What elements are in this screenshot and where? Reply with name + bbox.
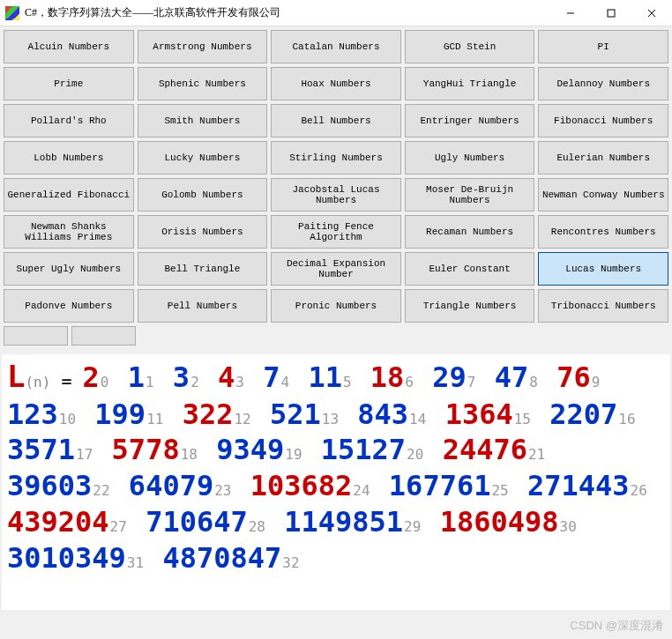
- algorithm-button[interactable]: Smith Numbers: [138, 104, 268, 137]
- term-value: 2207: [549, 398, 617, 431]
- algorithm-button[interactable]: Newman Shanks Williams Primes: [4, 215, 134, 249]
- algorithm-button[interactable]: Hoax Numbers: [271, 67, 401, 100]
- sequence-term: 297: [432, 360, 477, 394]
- term-index: 15: [514, 411, 531, 427]
- algorithm-button[interactable]: Newman Conway Numbers: [538, 178, 668, 212]
- algorithm-button[interactable]: Jacobstal Lucas Numbers: [271, 178, 401, 212]
- algorithm-button[interactable]: Fibonacci Numbers: [538, 104, 668, 137]
- term-value: 322: [183, 398, 234, 431]
- sequence-term: 577818: [112, 433, 199, 466]
- term-value: 1860498: [440, 505, 559, 539]
- algorithm-button[interactable]: Lucas Numbers: [538, 252, 668, 286]
- term-value: 843: [357, 398, 408, 431]
- algorithm-button[interactable]: Armstrong Numbers: [138, 30, 268, 63]
- algorithm-button[interactable]: Rencontres Numbers: [538, 215, 668, 249]
- algorithm-button[interactable]: Pollard's Rho: [4, 104, 134, 137]
- algorithm-button[interactable]: Super Ugly Numbers: [4, 252, 134, 286]
- algorithm-button[interactable]: Sphenic Numbers: [138, 67, 268, 100]
- term-index: 32: [282, 554, 299, 571]
- sequence-term: 52113: [270, 398, 340, 431]
- sequence-term: 43920427: [7, 505, 129, 539]
- algorithm-button[interactable]: GCD Stein: [405, 30, 535, 63]
- term-value: 47: [495, 360, 529, 394]
- term-value: 123: [7, 398, 58, 431]
- term-index: 13: [322, 411, 339, 427]
- algorithm-button[interactable]: Triangle Numbers: [405, 289, 535, 323]
- algorithm-button[interactable]: Golomb Numbers: [138, 178, 268, 212]
- watermark: CSDN @深度混淆: [570, 618, 663, 634]
- term-value: 439204: [7, 505, 109, 539]
- term-value: 7: [263, 360, 280, 394]
- algorithm-button[interactable]: PI: [538, 30, 668, 63]
- sequence-term: 27144326: [527, 469, 649, 502]
- algorithm-button[interactable]: Delannoy Numbers: [538, 67, 668, 100]
- algorithm-button[interactable]: YangHui Triangle: [405, 67, 535, 100]
- client-area: Alcuin NumbersArmstrong NumbersCatalan N…: [0, 26, 672, 349]
- maximize-button[interactable]: [591, 0, 631, 26]
- algorithm-button[interactable]: Decimal Expansion Number: [271, 252, 401, 286]
- term-value: 1: [128, 360, 145, 394]
- algorithm-button[interactable]: Entringer Numbers: [405, 104, 535, 137]
- term-index: 23: [214, 482, 231, 499]
- close-button[interactable]: [631, 0, 672, 26]
- sequence-term: 20: [83, 360, 111, 394]
- term-index: 19: [285, 446, 302, 463]
- sequence-term: 16776125: [389, 469, 511, 502]
- term-value: 76: [556, 360, 591, 394]
- aux-button-row: [4, 326, 668, 346]
- sequence-term: 11: [128, 360, 156, 394]
- sequence-term: 478: [495, 360, 540, 394]
- sequence-term: 186049830: [440, 505, 579, 539]
- term-index: 4: [280, 374, 289, 390]
- term-index: 0: [101, 374, 109, 390]
- sequence-term: 43: [218, 360, 246, 394]
- term-index: 8: [529, 374, 538, 390]
- algorithm-button[interactable]: Pell Numbers: [138, 289, 268, 323]
- term-index: 14: [409, 411, 426, 427]
- algorithm-button[interactable]: Ugly Numbers: [405, 141, 535, 175]
- sequence-term: 301034931: [7, 541, 146, 575]
- algorithm-button[interactable]: Alcuin Numbers: [4, 30, 134, 63]
- algorithm-button[interactable]: Moser De-Bruijn Numbers: [405, 178, 535, 212]
- algorithm-button[interactable]: Pronic Numbers: [271, 289, 401, 323]
- term-index: 1: [146, 374, 154, 390]
- sequence-term: 1512720: [321, 433, 426, 466]
- sequence-term: 71064728: [146, 505, 267, 539]
- minimize-button[interactable]: [550, 0, 591, 26]
- term-index: 9: [592, 374, 601, 390]
- algorithm-button[interactable]: Euler Constant: [405, 252, 535, 286]
- term-value: 4: [218, 360, 235, 394]
- algorithm-button[interactable]: Lobb Numbers: [4, 141, 134, 175]
- sequence-term: 6407923: [129, 469, 234, 502]
- term-value: 39603: [7, 469, 92, 502]
- algorithm-button[interactable]: Prime: [4, 67, 134, 100]
- sequence-term: 32212: [183, 398, 253, 431]
- aux-button-1[interactable]: [4, 326, 68, 346]
- algorithm-button[interactable]: Bell Triangle: [138, 252, 268, 286]
- sequence-term: 114985129: [284, 505, 422, 539]
- term-value: 24476: [443, 433, 527, 466]
- sequence-term: 10368224: [250, 469, 372, 502]
- algorithm-button[interactable]: Bell Numbers: [271, 104, 401, 137]
- algorithm-button[interactable]: Stirling Numbers: [271, 141, 401, 175]
- algorithm-button[interactable]: Recaman Numbers: [405, 215, 535, 249]
- aux-button-2[interactable]: [71, 326, 136, 346]
- algorithm-button[interactable]: Lucky Numbers: [138, 141, 268, 175]
- sequence-term: 74: [263, 360, 291, 394]
- term-value: 3571: [7, 433, 75, 466]
- output-panel: L(n) = 20 11 32 43 74 115 186 297 478 76…: [2, 354, 670, 610]
- algorithm-button[interactable]: Eulerian Numbers: [538, 141, 668, 175]
- algorithm-button[interactable]: Paiting Fence Algorithm: [271, 215, 401, 249]
- algorithm-button[interactable]: Tribonacci Numbers: [538, 289, 668, 323]
- algorithm-button[interactable]: Generalized Fibonacci: [4, 178, 134, 212]
- algorithm-button[interactable]: Orisis Numbers: [138, 215, 268, 249]
- sequence-term: 220716: [549, 398, 637, 431]
- term-index: 3: [235, 374, 244, 390]
- app-icon: [5, 6, 19, 20]
- algorithm-button[interactable]: Padonve Numbers: [4, 289, 134, 323]
- term-index: 17: [76, 446, 93, 463]
- term-value: 103682: [250, 469, 353, 502]
- term-index: 6: [405, 374, 414, 390]
- term-index: 31: [127, 554, 144, 571]
- algorithm-button[interactable]: Catalan Numbers: [271, 30, 401, 63]
